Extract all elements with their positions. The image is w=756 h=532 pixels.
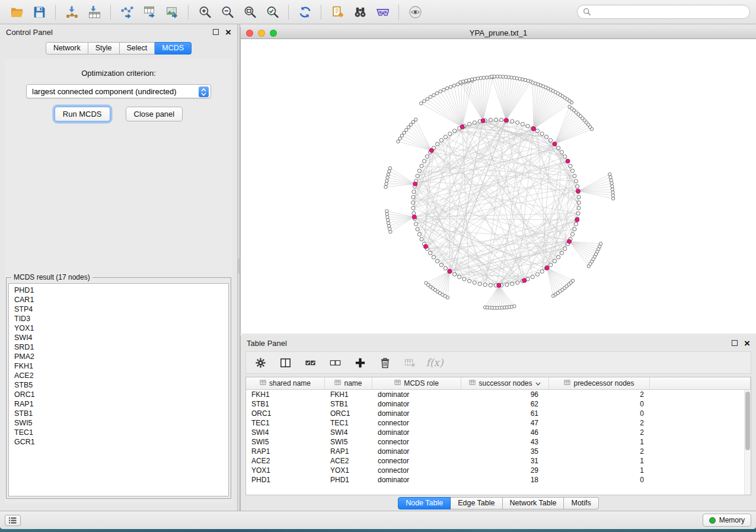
table-row[interactable]: PHD1PHD1dominator180 bbox=[246, 475, 751, 485]
criterion-dropdown[interactable]: largest connected component (undirected) bbox=[26, 84, 211, 98]
tab-edge-table[interactable]: Edge Table bbox=[451, 497, 502, 509]
toolbar-separator bbox=[188, 5, 189, 20]
deselect-all-button[interactable] bbox=[326, 354, 344, 371]
open-button[interactable] bbox=[6, 3, 27, 21]
close-panel-icon[interactable]: × bbox=[225, 27, 231, 37]
export-network-button[interactable] bbox=[116, 3, 138, 21]
zoom-out-button[interactable] bbox=[216, 3, 238, 21]
result-item[interactable]: PMA2 bbox=[9, 352, 228, 361]
control-panel: Control Panel × NetworkStyleSelectMCDS O… bbox=[0, 24, 237, 511]
table-row[interactable]: TEC1TEC1connector472 bbox=[246, 418, 751, 428]
close-window-icon[interactable] bbox=[246, 30, 253, 37]
table-row[interactable]: SWI4SWI4dominator462 bbox=[246, 428, 751, 437]
dropdown-stepper-icon[interactable] bbox=[199, 86, 209, 97]
tab-network-table[interactable]: Network Table bbox=[503, 497, 564, 509]
search-box[interactable] bbox=[577, 5, 750, 19]
column-header-name[interactable]: name bbox=[325, 377, 372, 390]
minimize-window-icon[interactable] bbox=[258, 30, 265, 37]
table-row[interactable]: SWI5SWI5connector431 bbox=[246, 437, 751, 447]
cell-filler bbox=[650, 399, 751, 409]
result-item[interactable]: GCR1 bbox=[9, 437, 228, 447]
cell: 0 bbox=[549, 475, 650, 485]
cell: SWI4 bbox=[246, 428, 325, 437]
result-item[interactable]: SRD1 bbox=[9, 342, 228, 352]
result-item[interactable]: YOX1 bbox=[9, 323, 228, 333]
select-all-button[interactable] bbox=[301, 354, 320, 371]
result-item[interactable]: ORC1 bbox=[9, 390, 228, 399]
table-row[interactable]: STB1STB1dominator620 bbox=[246, 399, 751, 409]
export-image-button[interactable] bbox=[161, 3, 183, 21]
delete-button[interactable] bbox=[375, 354, 394, 371]
close-panel-button[interactable]: Close panel bbox=[126, 107, 183, 121]
result-item[interactable]: RAP1 bbox=[9, 399, 228, 409]
column-button[interactable] bbox=[276, 354, 295, 371]
search-network-button[interactable] bbox=[349, 3, 371, 21]
duplicate-button[interactable] bbox=[327, 3, 348, 21]
table-row[interactable]: RAP1RAP1dominator352 bbox=[246, 447, 751, 456]
cell: PHD1 bbox=[246, 475, 325, 485]
tab-select[interactable]: Select bbox=[120, 42, 155, 55]
zoom-in-button[interactable] bbox=[194, 3, 215, 21]
export-table-button[interactable] bbox=[139, 3, 160, 21]
network-window-titlebar[interactable]: YPA_prune.txt_1 bbox=[241, 27, 756, 39]
cell: ACE2 bbox=[325, 456, 372, 466]
float-panel-icon[interactable] bbox=[213, 29, 219, 35]
select-all-icon bbox=[304, 357, 317, 369]
table-row[interactable]: YOX1YOX1connector291 bbox=[246, 466, 751, 475]
save-button[interactable] bbox=[28, 3, 50, 21]
function-button: f(x) bbox=[425, 354, 444, 371]
column-header-successor-nodes[interactable]: successor nodes bbox=[461, 377, 549, 390]
memory-button[interactable]: Memory bbox=[703, 514, 751, 527]
run-mcds-button[interactable]: Run MCDS bbox=[55, 107, 110, 121]
refresh-button[interactable] bbox=[294, 3, 315, 21]
maximize-window-icon[interactable] bbox=[270, 30, 277, 37]
column-header-MCDS-role[interactable]: MCDS role bbox=[372, 377, 461, 390]
tab-network[interactable]: Network bbox=[46, 42, 88, 55]
import-table-button[interactable] bbox=[84, 3, 105, 21]
zoom-fit-icon bbox=[243, 5, 257, 19]
result-item[interactable]: ACE2 bbox=[9, 371, 228, 380]
result-item[interactable]: STB5 bbox=[9, 380, 228, 390]
result-item[interactable]: FKH1 bbox=[9, 361, 228, 371]
result-item[interactable]: TID3 bbox=[9, 314, 228, 323]
task-history-button[interactable] bbox=[5, 515, 21, 526]
table-scrollbar-thumb[interactable] bbox=[745, 392, 750, 450]
cell-filler bbox=[650, 447, 751, 456]
table-scrollbar[interactable] bbox=[744, 390, 751, 495]
cell-filler bbox=[650, 390, 751, 399]
close-table-panel-icon[interactable]: × bbox=[744, 338, 750, 348]
result-item[interactable]: CAR1 bbox=[9, 295, 228, 305]
result-item[interactable]: PHD1 bbox=[9, 286, 228, 295]
table-row[interactable]: ACE2ACE2connector311 bbox=[246, 456, 751, 466]
result-item[interactable]: TEC1 bbox=[9, 428, 228, 437]
column-header-predecessor-nodes[interactable]: predecessor nodes bbox=[549, 377, 650, 390]
cell: 1 bbox=[549, 437, 650, 447]
search-input[interactable] bbox=[595, 7, 744, 17]
float-table-panel-icon[interactable] bbox=[732, 340, 738, 346]
mcds-result-list[interactable]: PHD1CAR1STP4TID3YOX1SWI4SRD1PMA2FKH1ACE2… bbox=[8, 283, 229, 496]
add-button[interactable] bbox=[350, 354, 369, 371]
column-header-shared-name[interactable]: shared name bbox=[246, 377, 325, 390]
network-graph[interactable] bbox=[241, 39, 756, 334]
import-network-button[interactable] bbox=[61, 3, 82, 21]
result-item[interactable]: STB1 bbox=[9, 409, 228, 418]
result-item[interactable]: STP4 bbox=[9, 305, 228, 314]
zoom-fit-button[interactable] bbox=[239, 3, 260, 21]
gear-button[interactable] bbox=[251, 354, 270, 371]
tab-node-table[interactable]: Node Table bbox=[398, 497, 451, 509]
splitter-handle[interactable] bbox=[238, 258, 240, 274]
show-hide-button[interactable] bbox=[404, 3, 426, 21]
result-item[interactable]: SWI5 bbox=[9, 418, 228, 428]
zoom-selected-button[interactable] bbox=[261, 3, 283, 21]
tab-mcds[interactable]: MCDS bbox=[155, 42, 192, 55]
table-row[interactable]: FKH1FKH1dominator962 bbox=[246, 390, 751, 399]
sort-chevron-icon[interactable] bbox=[535, 379, 541, 387]
tab-style[interactable]: Style bbox=[88, 42, 120, 55]
network-canvas[interactable] bbox=[241, 39, 756, 334]
filter-button[interactable] bbox=[372, 3, 393, 21]
tab-motifs[interactable]: Motifs bbox=[564, 497, 598, 509]
table-row[interactable]: ORC1ORC1dominator610 bbox=[246, 409, 751, 418]
panel-splitter[interactable] bbox=[237, 24, 240, 511]
control-panel-title: Control Panel bbox=[6, 28, 53, 37]
result-item[interactable]: SWI4 bbox=[9, 333, 228, 342]
